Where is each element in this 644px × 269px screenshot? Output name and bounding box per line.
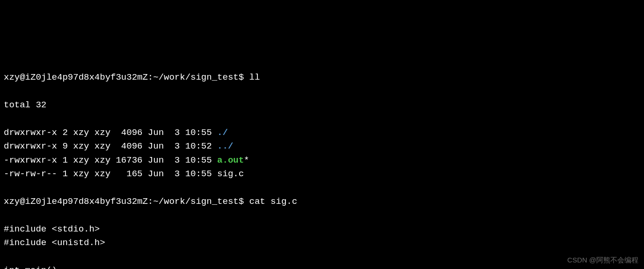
- file-name: sig.c: [217, 169, 244, 179]
- source-line: #include <stdio.h>: [4, 223, 640, 236]
- command-text: cat sig.c: [249, 196, 298, 207]
- list-item: -rw-rw-r-- 1 xzy xzy 165 Jun 3 10:55 sig…: [4, 167, 640, 181]
- file-meta: drwxrwxr-x 9 xzy xzy 4096 Jun 3 10:52: [4, 141, 217, 151]
- file-name: ../: [217, 141, 233, 151]
- file-name: ./: [217, 127, 228, 138]
- prompt-line-1: xzy@iZ0jle4p97d8x4byf3u32mZ:~/work/sign_…: [4, 71, 640, 84]
- file-meta: drwxrwxr-x 2 xzy xzy 4096 Jun 3 10:55: [4, 127, 217, 138]
- ll-total: total 32: [4, 98, 640, 112]
- prompt-text: xzy@iZ0jle4p97d8x4byf3u32mZ:~/work/sign_…: [4, 72, 249, 82]
- ll-listing: drwxrwxr-x 2 xzy xzy 4096 Jun 3 10:55 ./…: [4, 126, 640, 181]
- prompt-line-2: xzy@iZ0jle4p97d8x4byf3u32mZ:~/work/sign_…: [4, 195, 640, 209]
- list-item: -rwxrwxr-x 1 xzy xzy 16736 Jun 3 10:55 a…: [4, 154, 640, 167]
- source-code: #include <stdio.h>#include <unistd.h> in…: [4, 223, 640, 269]
- watermark-text: CSDN @阿熊不会编程: [567, 254, 638, 265]
- source-line: [4, 250, 640, 264]
- command-text: ll: [249, 72, 260, 82]
- file-suffix: *: [244, 155, 249, 165]
- terminal-output[interactable]: xzy@iZ0jle4p97d8x4byf3u32mZ:~/work/sign_…: [4, 57, 640, 269]
- list-item: drwxrwxr-x 2 xzy xzy 4096 Jun 3 10:55 ./: [4, 126, 640, 140]
- source-line: #include <unistd.h>: [4, 236, 640, 250]
- file-meta: -rw-rw-r-- 1 xzy xzy 165 Jun 3 10:55: [4, 169, 217, 179]
- file-name: a.out: [217, 155, 244, 165]
- file-meta: -rwxrwxr-x 1 xzy xzy 16736 Jun 3 10:55: [4, 155, 217, 165]
- prompt-text: xzy@iZ0jle4p97d8x4byf3u32mZ:~/work/sign_…: [4, 196, 249, 207]
- source-line: int main(): [4, 264, 640, 269]
- list-item: drwxrwxr-x 9 xzy xzy 4096 Jun 3 10:52 ..…: [4, 140, 640, 153]
